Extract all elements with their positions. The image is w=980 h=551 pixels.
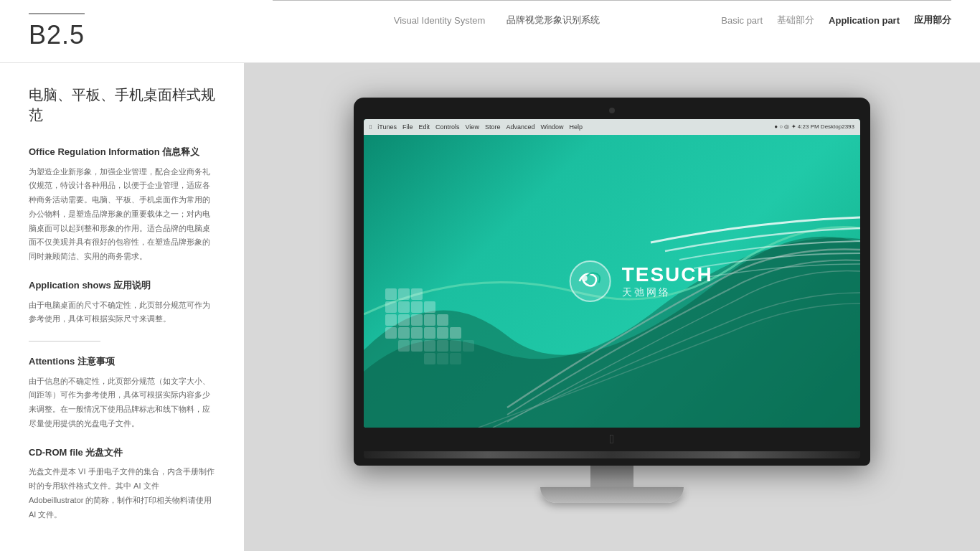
menubar-view: View [466, 123, 479, 131]
monitor-camera [609, 108, 615, 113]
block-attention-text: 由于信息的不确定性，此页部分规范（如文字大小、间距等）可作为参考使用，具体可根据… [29, 375, 215, 431]
monitor-wrapper:  iTunes File Edit Controls View Store A… [354, 98, 870, 503]
app-part-cn: 应用部分 [914, 14, 951, 27]
svg-point-2 [582, 276, 588, 281]
menubar-store: Store [485, 123, 501, 131]
left-panel: 电脑、平板、手机桌面样式规范 Office Regulation Informa… [0, 63, 244, 551]
block-app: Application shows 应用说明 由于电脑桌面的尺寸不确定性，此页部… [29, 278, 215, 326]
menubar-status: ● ○ ◎ ✦ 4:23 PM Desktop2393 [774, 123, 854, 130]
menubar:  iTunes File Edit Controls View Store A… [364, 119, 860, 135]
main-layout: 电脑、平板、手机桌面样式规范 Office Regulation Informa… [0, 63, 980, 551]
menubar-itunes: iTunes [377, 123, 397, 131]
menubar-controls: Controls [435, 123, 460, 131]
logo-area: TESUCH 天弛网络 [569, 260, 713, 303]
menubar-apple:  [369, 123, 372, 131]
logo-text: TESUCH 天弛网络 [622, 263, 713, 299]
menubar-window: Window [540, 123, 563, 131]
svg-point-1 [570, 261, 611, 301]
block-app-title: Application shows 应用说明 [29, 278, 215, 293]
menubar-advanced: Advanced [506, 123, 534, 131]
block-cdrom-title: CD-ROM file 光盘文件 [29, 446, 215, 460]
menubar-edit: Edit [419, 123, 430, 131]
cn-title: 品牌视觉形象识别系统 [507, 14, 600, 27]
basic-part-en: Basic part [721, 15, 763, 26]
block-cdrom-text: 光盘文件是本 VI 手册电子文件的集合，内含手册制作时的专用软件格式文件。其中 … [29, 465, 215, 522]
logo-en: TESUCH [622, 263, 713, 286]
block-info-title: Office Regulation Information 信息释义 [29, 145, 215, 159]
divider [29, 341, 100, 342]
menubar-left:  iTunes File Edit Controls View Store A… [369, 123, 583, 131]
checker-pattern [385, 288, 479, 385]
apple-logo-icon:  [364, 428, 860, 450]
desktop-wallpaper: TESUCH 天弛网络 [364, 135, 860, 428]
vis-title: Visual Identity System [394, 15, 486, 26]
monitor-body:  iTunes File Edit Controls View Store A… [354, 98, 870, 466]
app-part-en: Application part [829, 15, 900, 26]
header: B2.5 Visual Identity System 品牌视觉形象识别系统 B… [0, 0, 980, 63]
monitor-screen:  iTunes File Edit Controls View Store A… [364, 119, 860, 428]
menubar-file: File [402, 123, 413, 131]
block-attention: Attentions 注意事项 由于信息的不确定性，此页部分规范（如文字大小、间… [29, 354, 215, 431]
logo-cn: 天弛网络 [622, 286, 713, 299]
logo-icon [569, 260, 612, 303]
page-main-title: 电脑、平板、手机桌面样式规范 [29, 85, 215, 125]
block-app-text: 由于电脑桌面的尺寸不确定性，此页部分规范可作为参考使用，具体可根据实际尺寸来调整… [29, 298, 215, 327]
menubar-right: ● ○ ◎ ✦ 4:23 PM Desktop2393 [774, 123, 854, 130]
header-center: Visual Identity System 品牌视觉形象识别系统 [273, 0, 721, 27]
header-left: B2.5 [29, 13, 273, 50]
header-right: Basic part 基础部分 Application part 应用部分 [721, 0, 951, 27]
block-attention-title: Attentions 注意事项 [29, 354, 215, 369]
block-cdrom: CD-ROM file 光盘文件 光盘文件是本 VI 手册电子文件的集合，内含手… [29, 446, 215, 522]
block-info-text: 为塑造企业新形象，加强企业管理，配合企业商务礼仪规范，特设计各种用品，以便于企业… [29, 165, 215, 265]
block-info: Office Regulation Information 信息释义 为塑造企业… [29, 145, 215, 264]
monitor-bottom-bar [364, 451, 860, 458]
basic-part-cn: 基础部分 [777, 14, 814, 27]
menubar-help: Help [569, 123, 583, 131]
monitor-neck [590, 466, 633, 487]
section-number: B2.5 [29, 13, 85, 50]
monitor-base [540, 487, 684, 503]
right-panel:  iTunes File Edit Controls View Store A… [244, 63, 980, 551]
